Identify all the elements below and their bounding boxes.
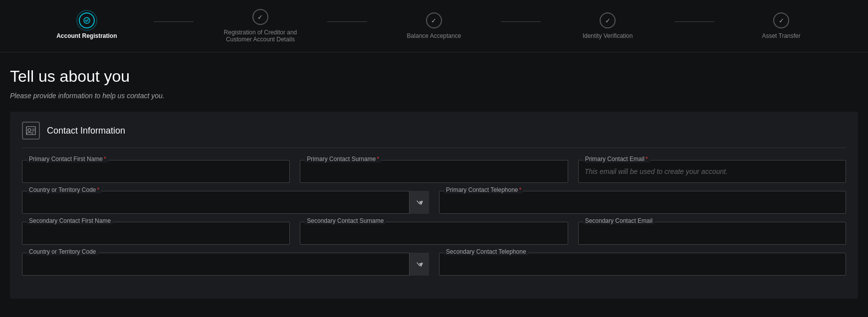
step-circle-3: ✓ bbox=[426, 12, 442, 28]
primary-surname-group: Primary Contact Surname* bbox=[300, 160, 568, 183]
contact-card-icon bbox=[22, 122, 40, 140]
required-star-3: * bbox=[646, 156, 648, 162]
country-code-select[interactable] bbox=[22, 191, 429, 214]
step-circle-1 bbox=[79, 12, 95, 28]
step-account-registration[interactable]: Account Registration bbox=[20, 12, 154, 39]
page-title: Tell us about you bbox=[10, 67, 858, 86]
primary-email-input[interactable] bbox=[578, 160, 846, 183]
card-title: Contact Information bbox=[47, 126, 125, 136]
secondary-surname-label: Secondary Contact Surname bbox=[305, 217, 386, 224]
svg-point-0 bbox=[84, 17, 90, 23]
step-creditor-details[interactable]: ✓ Registration of Creditor and Customer … bbox=[194, 9, 327, 43]
card-header: Contact Information bbox=[22, 122, 846, 140]
stepper: Account Registration ✓ Registration of C… bbox=[0, 0, 868, 52]
step-label-4: Identity Verification bbox=[583, 32, 633, 39]
secondary-email-input[interactable] bbox=[578, 222, 846, 245]
required-star-2: * bbox=[377, 156, 379, 162]
form-row-primary-phone: Country or Territory Code* Primary Conta… bbox=[22, 191, 846, 214]
step-connector-3 bbox=[501, 21, 541, 22]
step-circle-4: ✓ bbox=[600, 12, 616, 28]
step-label-2: Registration of Creditor and Customer Ac… bbox=[211, 29, 310, 43]
contact-information-card: Contact Information Primary Contact Firs… bbox=[10, 112, 858, 299]
country-code-group: Country or Territory Code* bbox=[22, 191, 429, 214]
step-connector-2 bbox=[327, 21, 367, 22]
primary-first-name-label: Primary Contact First Name* bbox=[27, 156, 108, 162]
primary-email-label: Primary Contact Email* bbox=[583, 156, 650, 162]
step-identity-verification[interactable]: ✓ Identity Verification bbox=[541, 12, 674, 39]
form-row-secondary-main: Secondary Contact First Name Secondary C… bbox=[22, 222, 846, 245]
secondary-surname-input[interactable] bbox=[300, 222, 568, 245]
step-connector-4 bbox=[674, 21, 714, 22]
secondary-surname-group: Secondary Contact Surname bbox=[300, 222, 568, 245]
step-circle-5: ✓ bbox=[773, 12, 789, 28]
primary-telephone-group: Primary Contact Telephone* bbox=[439, 191, 846, 214]
primary-first-name-group: Primary Contact First Name* bbox=[22, 160, 290, 183]
required-star-5: * bbox=[519, 186, 522, 193]
page-content: Tell us about you Please provide informa… bbox=[0, 52, 868, 309]
page-subtitle: Please provide information to help us co… bbox=[10, 92, 858, 100]
secondary-first-name-label: Secondary Contact First Name bbox=[27, 217, 113, 224]
form-row-secondary-phone: Country or Territory Code Secondary Cont… bbox=[22, 253, 846, 276]
secondary-email-label: Secondary Contact Email bbox=[583, 217, 654, 224]
primary-telephone-label: Primary Contact Telephone* bbox=[444, 186, 523, 193]
primary-email-group: Primary Contact Email* bbox=[578, 160, 846, 183]
step-label-1: Account Registration bbox=[56, 32, 117, 39]
country-code-label: Country or Territory Code* bbox=[27, 186, 101, 193]
primary-telephone-input[interactable] bbox=[439, 191, 846, 214]
secondary-email-group: Secondary Contact Email bbox=[578, 222, 846, 245]
step-balance-acceptance[interactable]: ✓ Balance Acceptance bbox=[367, 12, 501, 39]
secondary-country-code-label: Country or Territory Code bbox=[27, 248, 98, 255]
primary-surname-input[interactable] bbox=[300, 160, 568, 183]
primary-first-name-input[interactable] bbox=[22, 160, 290, 183]
form-row-primary-main: Primary Contact First Name* Primary Cont… bbox=[22, 160, 846, 183]
secondary-telephone-label: Secondary Contact Telephone bbox=[444, 248, 528, 255]
secondary-country-code-select[interactable] bbox=[22, 253, 429, 276]
secondary-telephone-input[interactable] bbox=[439, 253, 846, 276]
secondary-country-code-group: Country or Territory Code bbox=[22, 253, 429, 276]
step-asset-transfer[interactable]: ✓ Asset Transfer bbox=[714, 12, 848, 39]
svg-point-2 bbox=[28, 129, 31, 132]
required-star: * bbox=[104, 156, 106, 162]
step-label-5: Asset Transfer bbox=[762, 32, 800, 39]
secondary-first-name-input[interactable] bbox=[22, 222, 290, 245]
secondary-telephone-group: Secondary Contact Telephone bbox=[439, 253, 846, 276]
step-circle-2: ✓ bbox=[252, 9, 268, 25]
step-connector-1 bbox=[154, 21, 194, 22]
secondary-country-code-select-wrapper bbox=[22, 253, 429, 276]
secondary-first-name-group: Secondary Contact First Name bbox=[22, 222, 290, 245]
card-divider bbox=[22, 148, 846, 148]
required-star-4: * bbox=[97, 186, 100, 193]
primary-surname-label: Primary Contact Surname* bbox=[305, 156, 381, 162]
step-label-3: Balance Acceptance bbox=[407, 32, 461, 39]
country-code-select-wrapper bbox=[22, 191, 429, 214]
